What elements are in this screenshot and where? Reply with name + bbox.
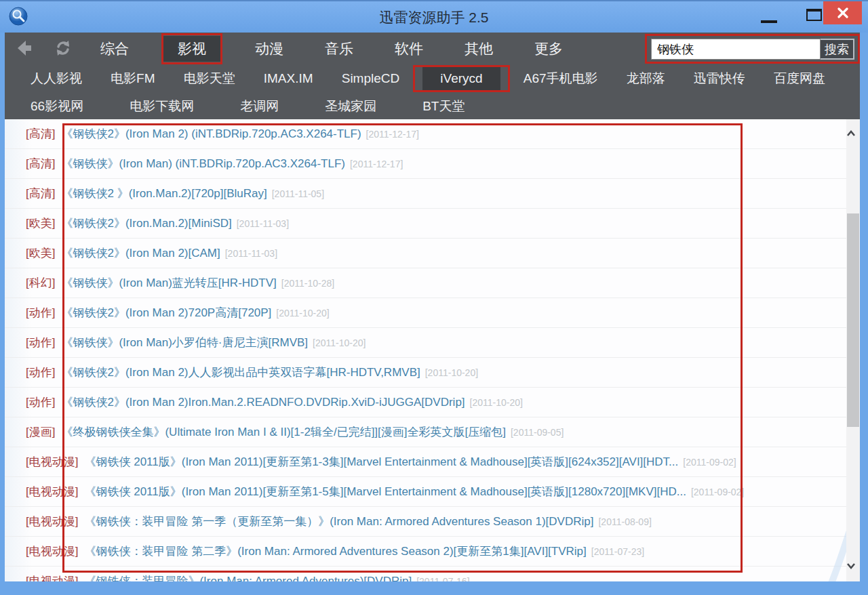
- category-tag: [动作]: [26, 305, 55, 321]
- chevron-down-icon: [846, 561, 856, 571]
- tab-anime[interactable]: 动漫: [248, 36, 290, 62]
- window-border-right: [860, 33, 868, 595]
- category-tag: [高清]: [26, 126, 55, 142]
- scroll-down-button[interactable]: [846, 558, 860, 573]
- table-row[interactable]: [高清] 《钢铁侠2》(Iron Man 2) (iNT.BDRip.720p.…: [5, 119, 846, 149]
- back-icon[interactable]: [15, 38, 35, 58]
- result-link[interactable]: 《钢铁侠 2011版》(Iron Man 2011)[更新至第1-3集][Mar…: [84, 454, 678, 470]
- tab-other[interactable]: 其他: [458, 36, 500, 62]
- category-tag: [电视动漫]: [26, 454, 78, 470]
- table-row[interactable]: [动作] 《钢铁侠》(Iron Man)小罗伯特·唐尼主演[RMVB] [201…: [5, 328, 846, 358]
- category-tag: [电视动漫]: [26, 543, 78, 559]
- site-tab-shengcheng[interactable]: 圣城家园: [319, 95, 382, 118]
- site-tab-66yingshi[interactable]: 66影视网: [25, 95, 89, 118]
- search-button[interactable]: 搜索: [821, 39, 854, 60]
- tab-software[interactable]: 软件: [388, 36, 430, 62]
- table-row[interactable]: [电视动漫] 《钢铁侠：装甲冒险 第一季（更新至第一集）》(Iron Man: …: [5, 507, 846, 537]
- site-tab-dyxiazai[interactable]: 电影下载网: [124, 95, 199, 118]
- site-tab-dytt[interactable]: 电影天堂: [178, 67, 241, 90]
- site-tab-laodiao[interactable]: 老调网: [235, 95, 284, 118]
- result-date: [2011-10-28]: [281, 278, 334, 289]
- table-row[interactable]: [漫画] 《终极钢铁侠全集》(Ultimate Iron Man I & II)…: [5, 417, 846, 447]
- chevron-up-icon: [846, 129, 856, 138]
- result-link[interactable]: 《钢铁侠》(Iron Man)小罗伯特·唐尼主演[RMVB]: [61, 335, 308, 350]
- table-row[interactable]: [动作] 《钢铁侠2》(Iron Man 2)人人影视出品中英双语字幕[HR-H…: [5, 358, 846, 388]
- site-tab-imax[interactable]: IMAX.IM: [258, 68, 319, 89]
- result-link[interactable]: 《钢铁侠 2011版》(Iron Man 2011)[更新至第1-5集][Mar…: [84, 484, 686, 499]
- window-border-left: [0, 33, 5, 595]
- result-date: [2011-10-20]: [313, 337, 366, 348]
- site-tabs-row2: 66影视网 电影下载网 老调网 圣城家园 BT天堂: [5, 93, 851, 119]
- table-row[interactable]: [高清] 《钢铁侠》(Iron Man) (iNT.BDRip.720p.AC3…: [5, 149, 846, 179]
- result-date: [2011-11-05]: [272, 188, 324, 199]
- table-row[interactable]: [动作] 《钢铁侠2》(Iron Man 2)720P高清[720P] [201…: [5, 298, 846, 328]
- site-tab-iverycd[interactable]: iVerycd: [422, 67, 500, 90]
- result-link[interactable]: 《钢铁侠2 》(Iron.Man.2)[720p][BluRay]: [61, 186, 267, 201]
- category-tabs: 综合 影视 动漫 音乐 软件 其他 更多: [94, 33, 570, 64]
- minimize-button[interactable]: [761, 20, 777, 23]
- result-date: [2011-09-05]: [511, 427, 564, 438]
- result-link[interactable]: 《钢铁侠2》(Iron Man 2)Iron.Man.2.READNFO.DVD…: [61, 394, 465, 410]
- table-row[interactable]: [欧美] 《钢铁侠2》(Iron.Man.2)[MiniSD] [2011-11…: [5, 209, 846, 239]
- scroll-up-button[interactable]: [846, 126, 860, 141]
- category-tag: [动作]: [26, 394, 55, 410]
- search-area: 搜索: [651, 39, 854, 60]
- close-button[interactable]: [823, 1, 862, 24]
- app-window: 迅雷资源助手 2.5 综合 影视: [0, 0, 868, 595]
- result-date: [2011-07-23]: [591, 546, 644, 557]
- tab-music[interactable]: 音乐: [318, 36, 360, 62]
- result-link[interactable]: 《钢铁侠2》(Iron.Man.2)[MiniSD]: [61, 216, 231, 231]
- titlebar: 迅雷资源助手 2.5: [0, 0, 868, 33]
- result-link[interactable]: 《钢铁侠2》(Iron Man 2)720P高清[720P]: [61, 305, 271, 321]
- result-date: [2011-08-09]: [598, 516, 651, 527]
- close-icon: [837, 7, 848, 18]
- result-date: [2011-10-20]: [276, 308, 329, 319]
- table-row[interactable]: [电视动漫] 《钢铁侠：装甲冒险》(Iron Man: Armored Adve…: [5, 567, 846, 581]
- category-tag: [高清]: [26, 186, 55, 201]
- result-date: [2011-10-20]: [470, 397, 523, 408]
- site-tab-dianyingfm[interactable]: 电影FM: [105, 67, 160, 90]
- table-row[interactable]: [欧美] 《钢铁侠2》(Iron Man 2)[CAM] [2011-11-03…: [5, 239, 846, 268]
- site-tab-yyets[interactable]: 人人影视: [25, 67, 87, 90]
- search-input[interactable]: [651, 39, 821, 60]
- result-link[interactable]: 《钢铁侠2》(Iron Man 2) (iNT.BDRip.720p.AC3.X…: [61, 126, 361, 142]
- result-link[interactable]: 《钢铁侠：装甲冒险 第二季》(Iron Man: Armored Adventu…: [84, 543, 586, 559]
- table-row[interactable]: [动作] 《钢铁侠2》(Iron Man 2)Iron.Man.2.READNF…: [5, 388, 846, 417]
- category-tag: [欧美]: [26, 216, 55, 231]
- result-link[interactable]: 《钢铁侠2》(Iron Man 2)[CAM]: [61, 245, 220, 261]
- table-row[interactable]: [科幻] 《钢铁侠》(Iron Man)蓝光转压[HR-HDTV] [2011-…: [5, 268, 846, 298]
- tab-movies[interactable]: 影视: [163, 36, 220, 62]
- result-date: [2011-10-20]: [425, 367, 478, 378]
- result-link[interactable]: 《钢铁侠》(Iron Man) (iNT.BDRip.720p.AC3.X264…: [61, 156, 345, 171]
- result-link[interactable]: 《钢铁侠：装甲冒险》(Iron Man: Armored Adventures)…: [84, 573, 412, 581]
- site-tab-simplecd[interactable]: SimpleCD: [336, 68, 406, 89]
- category-tag: [高清]: [26, 156, 55, 171]
- refresh-icon[interactable]: [53, 38, 73, 58]
- site-tab-baidupan[interactable]: 百度网盘: [768, 67, 831, 90]
- table-row[interactable]: [电视动漫] 《钢铁侠 2011版》(Iron Man 2011)[更新至第1-…: [5, 447, 846, 477]
- result-date: [2011-12-17]: [366, 129, 419, 140]
- result-link[interactable]: 《终极钢铁侠全集》(Ultimate Iron Man I & II)[1-2辑…: [61, 424, 506, 440]
- result-date: [2011-09-02]: [683, 457, 736, 468]
- window-title: 迅雷资源助手 2.5: [0, 8, 868, 27]
- tab-general[interactable]: 综合: [94, 36, 136, 62]
- table-row[interactable]: [电视动漫] 《钢铁侠 2011版》(Iron Man 2011)[更新至第1-…: [5, 477, 846, 507]
- tab-more[interactable]: 更多: [528, 36, 570, 62]
- result-link[interactable]: 《钢铁侠》(Iron Man)蓝光转压[HR-HDTV]: [61, 275, 276, 291]
- site-tab-bttiantang[interactable]: BT天堂: [417, 95, 470, 118]
- results-list: [高清] 《钢铁侠2》(Iron Man 2) (iNT.BDRip.720p.…: [5, 119, 846, 581]
- result-link[interactable]: 《钢铁侠：装甲冒险 第一季（更新至第一集）》(Iron Man: Armored…: [84, 514, 593, 529]
- result-date: [2011-09-02]: [691, 487, 744, 497]
- category-tag: [欧美]: [26, 245, 55, 261]
- table-row[interactable]: [电视动漫] 《钢铁侠：装甲冒险 第二季》(Iron Man: Armored …: [5, 537, 846, 567]
- site-tab-xunleikuaichuan[interactable]: 迅雷快传: [688, 67, 751, 90]
- category-tag: [科幻]: [26, 275, 55, 291]
- site-tab-a67[interactable]: A67手机电影: [518, 67, 604, 90]
- result-link[interactable]: 《钢铁侠2》(Iron Man 2)人人影视出品中英双语字幕[HR-HDTV,R…: [61, 365, 420, 380]
- site-tab-longbuluo[interactable]: 龙部落: [621, 67, 671, 90]
- site-tabs-row1: 人人影视 电影FM 电影天堂 IMAX.IM SimpleCD iVerycd …: [5, 64, 851, 93]
- table-row[interactable]: [高清] 《钢铁侠2 》(Iron.Man.2)[720p][BluRay] […: [5, 179, 846, 209]
- maximize-button[interactable]: [806, 9, 822, 21]
- vertical-scrollbar[interactable]: [846, 119, 860, 581]
- scrollbar-thumb[interactable]: [847, 213, 859, 427]
